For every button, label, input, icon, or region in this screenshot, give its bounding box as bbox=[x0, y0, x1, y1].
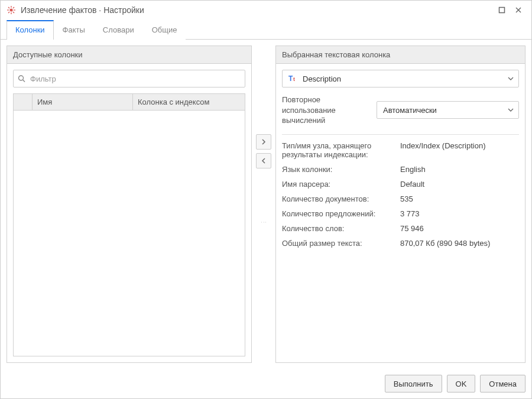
transfer-buttons: ⋮ bbox=[252, 46, 275, 363]
info-parser-label: Имя парсера: bbox=[282, 180, 400, 189]
info-node: Тип/имя узла, хранящего результаты индек… bbox=[282, 138, 519, 162]
table-header-name[interactable]: Имя bbox=[33, 94, 133, 110]
info-node-label: Тип/имя узла, хранящего результаты индек… bbox=[282, 141, 400, 159]
caret-down-icon bbox=[508, 108, 514, 112]
tab-facts[interactable]: Факты bbox=[54, 20, 94, 40]
info-parser: Имя парсера: Default bbox=[282, 177, 519, 192]
svg-line-8 bbox=[13, 7, 14, 8]
info-node-value: Index/Index (Description) bbox=[400, 141, 519, 159]
filter-input[interactable] bbox=[13, 70, 245, 87]
settings-window: Извлечение фактов · Настройки Колонки Фа… bbox=[0, 0, 532, 399]
svg-line-5 bbox=[8, 7, 9, 8]
content: Доступные колонки Имя Колонка с индексом bbox=[1, 40, 531, 369]
selected-column-panel: Выбранная текстовая колонка Tt Descripti… bbox=[275, 46, 525, 363]
table-header: Имя Колонка с индексом bbox=[14, 94, 245, 111]
svg-text:T: T bbox=[288, 74, 293, 83]
info-size-label: Общий размер текста: bbox=[282, 239, 400, 248]
available-columns-panel: Доступные колонки Имя Колонка с индексом bbox=[7, 46, 252, 363]
tabs: Колонки Факты Словари Общие bbox=[1, 20, 531, 40]
close-button[interactable] bbox=[511, 3, 525, 17]
tab-dictionaries[interactable]: Словари bbox=[94, 20, 143, 40]
divider bbox=[282, 134, 519, 135]
table-header-blank[interactable] bbox=[14, 94, 33, 110]
info-size: Общий размер текста: 870,07 Кб (890 948 … bbox=[282, 236, 519, 251]
available-columns-title: Доступные колонки bbox=[7, 46, 251, 64]
maximize-button[interactable] bbox=[495, 3, 509, 17]
ok-button[interactable]: OK bbox=[447, 375, 476, 392]
app-icon bbox=[7, 5, 16, 15]
info-parser-value: Default bbox=[400, 180, 519, 189]
info-words: Количество слов: 75 946 bbox=[282, 221, 519, 236]
footer: Выполнить OK Отмена bbox=[1, 369, 531, 398]
info-docs-label: Количество документов: bbox=[282, 194, 400, 203]
info-lang-label: Язык колонки: bbox=[282, 165, 400, 174]
caret-down-icon bbox=[508, 77, 514, 80]
info-sent-value: 3 773 bbox=[400, 209, 519, 218]
info-words-label: Количество слов: bbox=[282, 224, 400, 233]
selected-column-title: Выбранная текстовая колонка bbox=[276, 46, 525, 64]
execute-button[interactable]: Выполнить bbox=[385, 375, 442, 392]
text-column-icon: Tt bbox=[288, 74, 298, 83]
svg-rect-9 bbox=[499, 8, 505, 13]
window-title: Извлечение фактов · Настройки bbox=[21, 5, 492, 15]
info-size-value: 870,07 Кб (890 948 bytes) bbox=[400, 239, 519, 248]
reuse-select[interactable]: Автоматически bbox=[377, 101, 519, 119]
info-sent-label: Количество предложений: bbox=[282, 209, 400, 218]
info-lang-value: English bbox=[400, 165, 519, 174]
info-words-value: 75 946 bbox=[400, 224, 519, 233]
column-select[interactable]: Tt Description bbox=[282, 70, 519, 87]
titlebar: Извлечение фактов · Настройки bbox=[1, 1, 531, 20]
move-right-button[interactable] bbox=[256, 134, 271, 150]
columns-table: Имя Колонка с индексом bbox=[13, 93, 245, 356]
move-left-button[interactable] bbox=[256, 153, 271, 168]
tab-general[interactable]: Общие bbox=[143, 20, 186, 40]
reuse-label: Повторное использование вычислений bbox=[282, 95, 371, 126]
tab-columns[interactable]: Колонки bbox=[7, 20, 54, 40]
reuse-select-value: Автоматически bbox=[383, 106, 437, 115]
info-docs-value: 535 bbox=[400, 194, 519, 203]
svg-line-6 bbox=[13, 12, 14, 13]
info-sentences: Количество предложений: 3 773 bbox=[282, 206, 519, 221]
cancel-button[interactable]: Отмена bbox=[480, 375, 525, 392]
svg-point-0 bbox=[10, 9, 12, 11]
info-docs: Количество документов: 535 bbox=[282, 192, 519, 206]
info-lang: Язык колонки: English bbox=[282, 162, 519, 177]
resize-handle[interactable]: ⋮ bbox=[261, 219, 267, 226]
svg-text:t: t bbox=[293, 76, 295, 82]
svg-line-7 bbox=[8, 12, 9, 13]
table-header-index[interactable]: Колонка с индексом bbox=[133, 94, 245, 110]
filter-wrap bbox=[13, 70, 245, 87]
column-select-value: Description bbox=[303, 74, 341, 83]
